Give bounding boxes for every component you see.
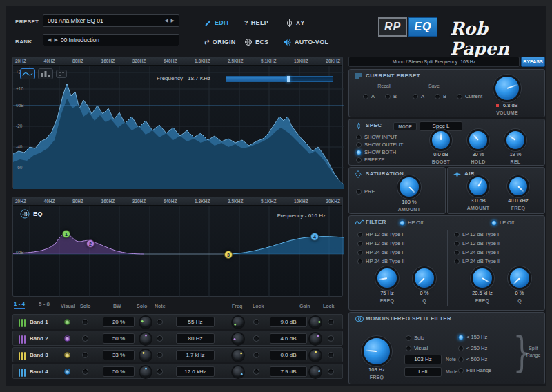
band-solo-toggle[interactable]: [82, 369, 88, 375]
eq-node-3[interactable]: 3: [224, 251, 233, 259]
band-bw-knob[interactable]: [140, 317, 151, 328]
band-freq-knob[interactable]: [233, 366, 244, 378]
eq-node-4[interactable]: 4: [310, 233, 319, 241]
band-solo-toggle[interactable]: [82, 319, 88, 325]
band-note-toggle[interactable]: [157, 369, 163, 375]
band-gain-lock-toggle[interactable]: [328, 319, 334, 325]
hp-24-type1-radio[interactable]: HP 24 dB Type I: [357, 249, 403, 255]
band-freq-lock-toggle[interactable]: [253, 352, 259, 358]
boost-knob[interactable]: [432, 131, 450, 149]
band-visual-toggle[interactable]: [64, 319, 70, 325]
band-gain-value[interactable]: 7.9 dB: [270, 366, 307, 377]
band-freq-knob[interactable]: [233, 317, 244, 328]
split-note-value[interactable]: 103 Hz: [404, 355, 442, 364]
spec-mode-dropdown[interactable]: Spec L: [420, 121, 462, 131]
preset-next-button[interactable]: ▶: [171, 18, 175, 23]
band-bw-value[interactable]: 20 %: [103, 317, 135, 327]
lp-freq-knob[interactable]: [473, 268, 492, 288]
auto-vol-button[interactable]: AUTO-VOL: [283, 37, 328, 47]
band-gain-knob[interactable]: [310, 317, 321, 328]
bypass-button[interactable]: BYPASS: [521, 57, 545, 67]
saturation-amount-knob[interactable]: [400, 177, 419, 197]
show-output-radio[interactable]: SHOW OUTPUT: [356, 141, 403, 148]
band-freq-lock-toggle[interactable]: [253, 369, 259, 375]
save-a-radio[interactable]: A: [413, 93, 424, 99]
lp-24-type2-radio[interactable]: LP 24 dB Type II: [454, 258, 500, 264]
split-freq-knob[interactable]: [364, 338, 390, 364]
hp-12-type2-radio[interactable]: HP 12 dB Type II: [357, 240, 404, 246]
hp-off-radio[interactable]: HP Off: [400, 219, 423, 226]
tab-bands-5-8[interactable]: 5 - 8: [39, 301, 50, 307]
band-bw-knob[interactable]: [140, 333, 151, 344]
split-visual-radio[interactable]: Visual: [406, 345, 428, 351]
band-bw-knob[interactable]: [140, 366, 151, 378]
bank-next-button[interactable]: ▶: [54, 37, 57, 43]
band-bw-value[interactable]: 33 %: [103, 350, 135, 360]
ecs-button[interactable]: ECS: [244, 37, 268, 47]
hp-freq-knob[interactable]: [377, 268, 397, 288]
band-gain-knob[interactable]: [310, 350, 321, 361]
band-freq-value[interactable]: 1.7 kHz: [176, 350, 215, 360]
lp-12-type1-radio[interactable]: LP 12 dB Type I: [454, 231, 499, 237]
hold-knob[interactable]: [469, 131, 487, 149]
xy-button[interactable]: XY: [286, 18, 305, 28]
eq-node-2[interactable]: 2: [86, 239, 95, 248]
split-mode-dropdown[interactable]: Left: [404, 367, 442, 377]
preset-prev-button[interactable]: ◀: [164, 18, 168, 23]
volume-knob[interactable]: [495, 77, 519, 100]
band-note-toggle[interactable]: [157, 319, 163, 325]
air-freq-knob[interactable]: [509, 177, 527, 195]
analyzer-bars-mode-button[interactable]: [38, 68, 53, 79]
band-freq-value[interactable]: 80 Hz: [176, 333, 215, 344]
analyzer-freq-slider[interactable]: [226, 76, 333, 82]
hp-q-knob[interactable]: [415, 268, 434, 288]
band-freq-value[interactable]: 55 Hz: [176, 317, 215, 327]
band-freq-lock-toggle[interactable]: [253, 319, 259, 325]
band-note-toggle[interactable]: [157, 335, 163, 342]
show-input-radio[interactable]: SHOW INPUT: [356, 134, 397, 140]
band-bw-value[interactable]: 50 %: [103, 366, 135, 377]
tab-bands-1-4[interactable]: 1 - 4: [14, 301, 25, 309]
band-gain-knob[interactable]: [310, 333, 321, 344]
band-gain-knob[interactable]: [310, 366, 321, 378]
lp-q-knob[interactable]: [510, 268, 529, 288]
bank-selector[interactable]: ◀ ▶ 00 Introduction: [43, 34, 179, 46]
recall-b-radio[interactable]: B: [385, 93, 397, 99]
lp-24-type1-radio[interactable]: LP 24 dB Type I: [454, 249, 499, 255]
bank-prev-button[interactable]: ◀: [48, 37, 51, 43]
band-bw-knob[interactable]: [140, 350, 151, 361]
lp-12-type2-radio[interactable]: LP 12 dB Type II: [454, 240, 500, 246]
band-solo-toggle[interactable]: [82, 352, 88, 358]
rel-knob[interactable]: [506, 131, 524, 149]
range-500-radio[interactable]: < 500 Hz: [458, 356, 487, 362]
pre-radio[interactable]: PRE: [356, 188, 375, 195]
band-gain-lock-toggle[interactable]: [328, 352, 334, 358]
eq-node-1[interactable]: 1: [62, 230, 70, 238]
band-visual-toggle[interactable]: [64, 369, 70, 375]
band-gain-value[interactable]: 9.0 dB: [270, 317, 307, 327]
band-solo-toggle[interactable]: [82, 335, 88, 342]
hp-12-type1-radio[interactable]: HP 12 dB Type I: [357, 231, 403, 237]
recall-a-radio[interactable]: A: [363, 93, 375, 99]
current-radio[interactable]: Current: [457, 93, 482, 99]
band-gain-lock-toggle[interactable]: [328, 335, 334, 342]
band-visual-toggle[interactable]: [64, 335, 70, 342]
hp-24-type2-radio[interactable]: HP 24 dB Type II: [357, 258, 404, 264]
band-note-toggle[interactable]: [157, 352, 163, 358]
air-amount-knob[interactable]: [469, 177, 487, 195]
slider-thumb[interactable]: [287, 76, 290, 82]
range-full-radio[interactable]: Full Range: [458, 367, 491, 373]
analyzer-dashes-button[interactable]: [56, 70, 67, 78]
band-visual-toggle[interactable]: [64, 352, 70, 358]
range-150-radio[interactable]: < 150 Hz: [458, 334, 487, 340]
edit-button[interactable]: EDIT: [204, 18, 230, 28]
preset-selector[interactable]: 001 Ana Mixer EQ 01 ◀ ▶: [43, 14, 179, 27]
save-b-radio[interactable]: B: [435, 93, 446, 99]
band-freq-knob[interactable]: [233, 333, 244, 344]
freeze-radio[interactable]: FREEZE: [356, 157, 385, 163]
analyzer-curve-mode-button[interactable]: [20, 68, 35, 79]
help-button[interactable]: ? HELP: [244, 18, 268, 28]
band-freq-value[interactable]: 12.0 kHz: [176, 366, 215, 377]
band-gain-value[interactable]: 4.6 dB: [270, 333, 307, 344]
origin-button[interactable]: ⇄ ORIGIN: [204, 37, 236, 47]
